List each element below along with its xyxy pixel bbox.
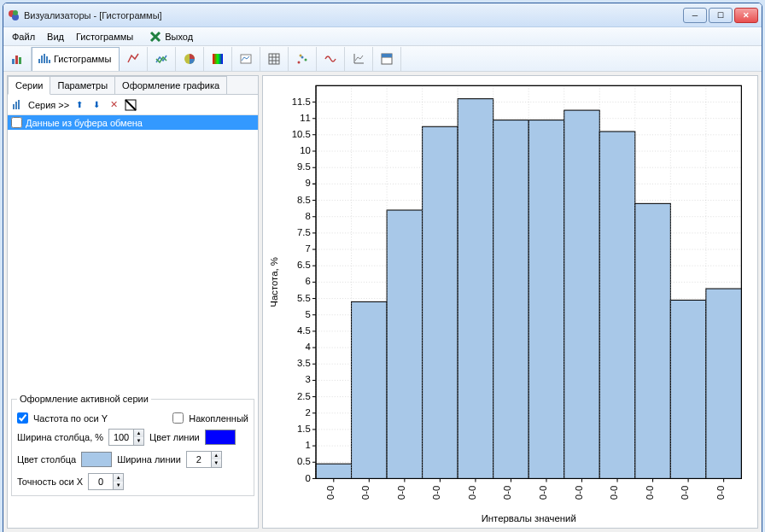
- svg-text:0-0: 0-0: [715, 486, 726, 500]
- svg-text:0-0: 0-0: [431, 486, 441, 500]
- precision-x-spinner[interactable]: ▲▼: [88, 473, 124, 490]
- svg-rect-106: [316, 464, 352, 478]
- accumulated-label: Накопленный: [189, 413, 248, 424]
- tool-axes[interactable]: [345, 47, 373, 71]
- svg-rect-9: [46, 56, 48, 63]
- tool-histogram-label: Гистограммы: [54, 54, 111, 64]
- freq-y-checkbox[interactable]: [17, 412, 28, 424]
- spin-down-icon[interactable]: ▼: [113, 482, 123, 489]
- spin-up-icon[interactable]: ▲: [211, 452, 221, 459]
- series-checkbox[interactable]: [11, 117, 22, 128]
- svg-rect-30: [18, 100, 20, 109]
- series-row[interactable]: Данные из буфера обмена: [8, 115, 258, 130]
- svg-text:2: 2: [306, 407, 311, 418]
- svg-rect-6: [38, 59, 40, 63]
- precision-x-input[interactable]: [89, 474, 113, 489]
- series-label[interactable]: Серия >>: [28, 100, 69, 110]
- svg-text:8.5: 8.5: [297, 195, 311, 205]
- app-icon: [7, 9, 20, 22]
- delete-icon[interactable]: ✕: [107, 98, 120, 112]
- line-color-label: Цвет линии: [149, 432, 200, 442]
- line-width-input[interactable]: [187, 452, 211, 467]
- svg-text:9: 9: [306, 178, 311, 188]
- svg-rect-28: [13, 104, 15, 109]
- svg-text:7: 7: [306, 243, 311, 254]
- app-window: Визуализаторы - [Гистограммы] ─ ☐ ✕ Файл…: [3, 3, 762, 532]
- series-design-fieldset: Оформление активной серии Частота по оси…: [11, 394, 254, 496]
- bar-width-label: Ширина столбца, %: [17, 432, 103, 442]
- svg-rect-110: [387, 210, 423, 478]
- move-down-icon[interactable]: ⬇: [90, 98, 103, 112]
- svg-rect-12: [213, 54, 223, 64]
- bar-width-spinner[interactable]: ▲▼: [108, 429, 144, 446]
- menu-exit[interactable]: Выход: [143, 28, 198, 45]
- svg-text:10: 10: [300, 145, 311, 155]
- maximize-button[interactable]: ☐: [709, 8, 733, 23]
- svg-rect-118: [528, 120, 564, 479]
- bar-color-swatch[interactable]: [81, 452, 112, 467]
- spin-down-icon[interactable]: ▼: [133, 437, 143, 445]
- tool-line-2[interactable]: [148, 47, 176, 71]
- svg-text:5: 5: [306, 309, 311, 319]
- menu-view[interactable]: Вид: [42, 30, 69, 44]
- spin-down-icon[interactable]: ▼: [211, 459, 221, 467]
- svg-text:0: 0: [306, 473, 311, 483]
- histogram-chart: 00.511.522.533.544.555.566.577.588.599.5…: [263, 76, 757, 528]
- svg-rect-29: [15, 102, 17, 109]
- subtab-params[interactable]: Параметры: [50, 76, 115, 94]
- tool-scatter[interactable]: [289, 47, 317, 71]
- tool-table[interactable]: [373, 47, 401, 71]
- window-title: Визуализаторы - [Гистограммы]: [24, 10, 683, 20]
- series-icon: [11, 97, 25, 113]
- tool-chart-1[interactable]: [3, 47, 32, 71]
- svg-point-19: [298, 61, 301, 63]
- tool-wave[interactable]: [317, 47, 345, 71]
- svg-text:1.5: 1.5: [297, 424, 311, 434]
- move-up-icon[interactable]: ⬆: [73, 98, 86, 112]
- close-button[interactable]: ✕: [734, 8, 758, 23]
- svg-rect-122: [599, 132, 635, 478]
- subtabs: Серии Параметры Оформление графика: [8, 76, 258, 95]
- spin-up-icon[interactable]: ▲: [113, 474, 123, 482]
- line-width-label: Ширина линии: [117, 454, 181, 465]
- subtab-series[interactable]: Серии: [8, 76, 50, 95]
- svg-text:6: 6: [306, 276, 311, 286]
- svg-rect-116: [493, 120, 529, 479]
- svg-text:3: 3: [306, 375, 311, 385]
- svg-rect-13: [241, 55, 251, 63]
- spin-up-icon[interactable]: ▲: [133, 430, 143, 437]
- menubar: Файл Вид Гистограммы Выход: [3, 27, 762, 46]
- tool-pie[interactable]: [176, 47, 204, 71]
- minimize-button[interactable]: ─: [683, 8, 707, 23]
- svg-rect-7: [41, 56, 43, 63]
- tool-area[interactable]: [232, 47, 260, 71]
- svg-rect-126: [670, 300, 706, 478]
- svg-rect-5: [19, 57, 21, 64]
- line-color-swatch[interactable]: [205, 430, 236, 445]
- bar-width-input[interactable]: [109, 430, 133, 445]
- svg-rect-10: [49, 60, 50, 63]
- accumulated-checkbox[interactable]: [172, 412, 184, 424]
- tool-line-1[interactable]: [120, 47, 148, 71]
- subtab-design[interactable]: Оформление графика: [114, 76, 227, 94]
- menu-histograms[interactable]: Гистограммы: [71, 30, 138, 44]
- titlebar: Визуализаторы - [Гистограммы] ─ ☐ ✕: [3, 3, 762, 27]
- precision-x-label: Точность оси X: [17, 476, 83, 487]
- svg-text:8: 8: [306, 211, 311, 221]
- svg-text:Интервалы значений: Интервалы значений: [482, 513, 576, 523]
- tool-histogram[interactable]: Гистограммы: [32, 47, 120, 71]
- svg-text:0.5: 0.5: [297, 456, 311, 466]
- line-width-spinner[interactable]: ▲▼: [186, 451, 222, 468]
- tool-gradient[interactable]: [204, 47, 232, 71]
- svg-rect-112: [423, 126, 458, 478]
- exit-icon: [149, 30, 162, 44]
- content-area: Серии Параметры Оформление графика Серия…: [3, 72, 762, 532]
- tool-grid[interactable]: [260, 47, 289, 71]
- svg-point-2: [13, 10, 18, 15]
- toggle-box-icon[interactable]: [124, 98, 137, 112]
- menu-file[interactable]: Файл: [7, 30, 40, 44]
- bar-color-label: Цвет столбца: [17, 454, 76, 465]
- left-panel: Серии Параметры Оформление графика Серия…: [7, 75, 259, 529]
- svg-text:2.5: 2.5: [297, 391, 311, 401]
- svg-rect-27: [382, 54, 392, 57]
